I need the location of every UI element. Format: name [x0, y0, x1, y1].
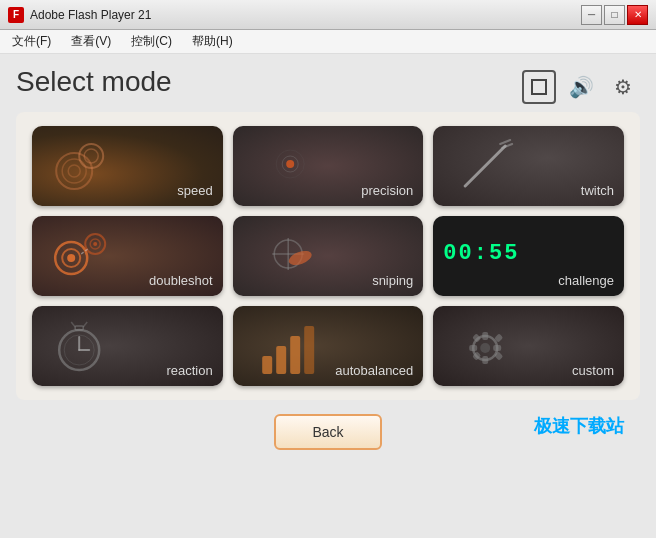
svg-point-22 [287, 248, 314, 267]
svg-rect-36 [483, 332, 489, 340]
svg-rect-32 [290, 336, 300, 374]
menu-control[interactable]: 控制(C) [123, 31, 180, 52]
minimize-button[interactable]: ─ [581, 5, 602, 25]
svg-line-28 [71, 322, 75, 327]
svg-rect-37 [483, 356, 489, 364]
mode-twitch[interactable]: twitch [433, 126, 624, 206]
svg-rect-40 [472, 333, 481, 342]
mode-sniping-label: sniping [372, 273, 413, 288]
mode-autobalanced[interactable]: autobalanced [233, 306, 424, 386]
mode-twitch-label: twitch [581, 183, 614, 198]
top-icons: 🔊 ⚙ [522, 70, 640, 104]
window-title: Adobe Flash Player 21 [30, 8, 151, 22]
mode-autobalanced-label: autobalanced [335, 363, 413, 378]
svg-point-2 [62, 159, 86, 183]
mode-grid: speed precision twitch [32, 126, 624, 386]
svg-rect-0 [532, 80, 546, 94]
window-controls: ─ □ ✕ [581, 5, 648, 25]
mode-doubleshot[interactable]: doubleshot [32, 216, 223, 296]
svg-point-17 [93, 242, 97, 246]
svg-rect-38 [470, 345, 478, 351]
svg-point-6 [286, 160, 294, 168]
volume-icon[interactable]: 🔊 [564, 70, 598, 104]
svg-point-5 [84, 149, 98, 163]
mode-custom-label: custom [572, 363, 614, 378]
close-button[interactable]: ✕ [627, 5, 648, 25]
bottom-bar: Back 极速下载站 [16, 414, 640, 450]
back-button[interactable]: Back [274, 414, 381, 450]
svg-rect-30 [262, 356, 272, 374]
svg-rect-31 [276, 346, 286, 374]
maximize-button[interactable]: □ [604, 5, 625, 25]
watermark: 极速下载站 [534, 414, 624, 438]
mode-challenge-label: challenge [558, 273, 614, 288]
svg-rect-27 [75, 326, 83, 330]
title-left: F Adobe Flash Player 21 [8, 7, 151, 23]
svg-point-14 [67, 254, 75, 262]
svg-line-9 [466, 146, 506, 186]
mode-reaction[interactable]: reaction [32, 306, 223, 386]
svg-line-29 [83, 322, 87, 327]
app-icon: F [8, 7, 24, 23]
mode-reaction-label: reaction [166, 363, 212, 378]
mode-speed-label: speed [177, 183, 212, 198]
svg-rect-33 [304, 326, 314, 374]
svg-point-3 [68, 165, 80, 177]
mode-speed[interactable]: speed [32, 126, 223, 206]
svg-point-35 [481, 343, 491, 353]
svg-rect-39 [494, 345, 502, 351]
settings-icon[interactable]: ⚙ [606, 70, 640, 104]
mode-sniping[interactable]: sniping [233, 216, 424, 296]
title-bar: F Adobe Flash Player 21 ─ □ ✕ [0, 0, 656, 30]
menu-view[interactable]: 查看(V) [63, 31, 119, 52]
page-title: Select mode [16, 66, 172, 98]
mode-doubleshot-label: doubleshot [149, 273, 213, 288]
mode-precision[interactable]: precision [233, 126, 424, 206]
challenge-timer: 00:55 [443, 241, 519, 266]
mode-custom[interactable]: custom [433, 306, 624, 386]
svg-line-10 [501, 140, 511, 144]
top-bar: Select mode 🔊 ⚙ [16, 66, 640, 104]
menu-file[interactable]: 文件(F) [4, 31, 59, 52]
mode-challenge[interactable]: 00:55 challenge [433, 216, 624, 296]
mode-grid-wrapper: speed precision twitch [16, 112, 640, 400]
fullscreen-icon[interactable] [522, 70, 556, 104]
content-area: Select mode 🔊 ⚙ [0, 54, 656, 538]
menu-bar: 文件(F) 查看(V) 控制(C) 帮助(H) [0, 30, 656, 54]
mode-precision-label: precision [361, 183, 413, 198]
menu-help[interactable]: 帮助(H) [184, 31, 241, 52]
